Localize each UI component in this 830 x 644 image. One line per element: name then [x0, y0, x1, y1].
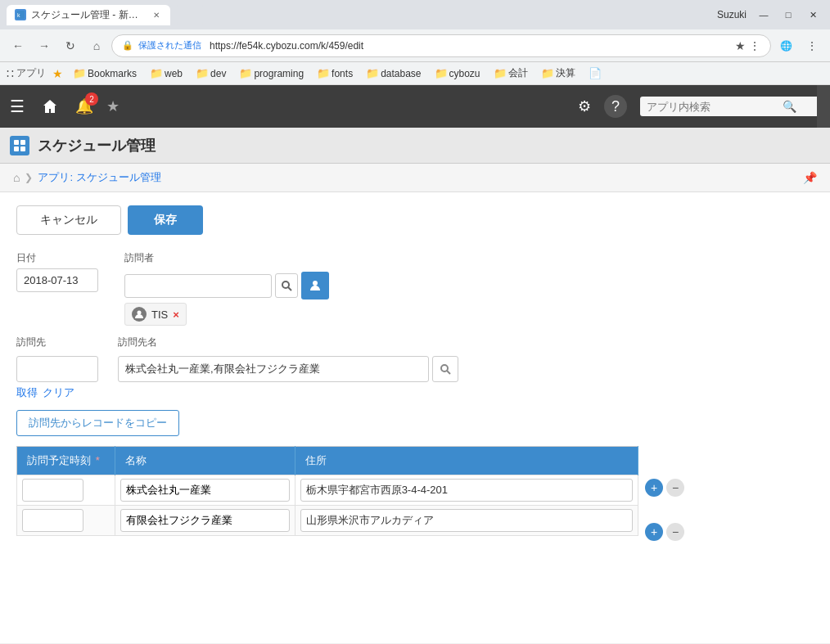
- more-icon[interactable]: ⋮: [749, 39, 760, 52]
- time-input-2[interactable]: [22, 509, 83, 532]
- address-input-1[interactable]: [300, 479, 633, 502]
- date-input[interactable]: [16, 268, 98, 292]
- close-button[interactable]: ✕: [802, 6, 823, 24]
- breadcrumb-app-link[interactable]: アプリ: スケジュール管理: [38, 170, 160, 185]
- notification-button[interactable]: 🔔 2: [75, 97, 93, 115]
- time-input-1[interactable]: [22, 479, 83, 502]
- table-body: [17, 475, 638, 536]
- col-address-header: 住所: [295, 447, 638, 475]
- pin-icon[interactable]: 📌: [803, 171, 817, 184]
- col-name-header: 名称: [115, 447, 295, 475]
- bookmark-cybozu[interactable]: 📁 cybozu: [431, 65, 484, 81]
- svg-rect-4: [14, 146, 19, 151]
- visit-dest-input[interactable]: [16, 356, 98, 382]
- row1-add-button[interactable]: +: [645, 479, 663, 497]
- bookmark-bookmarks[interactable]: 📁 Bookmarks: [70, 65, 140, 81]
- bookmark-dev[interactable]: 📁 dev: [192, 65, 229, 81]
- tab-favicon: k: [15, 9, 26, 20]
- bookmark-web[interactable]: 📁 web: [147, 65, 186, 81]
- address-actions: ★ ⋮: [735, 39, 760, 52]
- address-bar[interactable]: 🔒 保護された通信 https://fe54k.cybozu.com/k/459…: [111, 34, 771, 57]
- bookmark-file[interactable]: 📄: [585, 65, 605, 81]
- app-search-bar: 🔍: [640, 97, 820, 116]
- forward-button[interactable]: →: [33, 34, 56, 57]
- visitor-label: 訪問者: [124, 251, 329, 265]
- table-container: 訪問予定時刻 * 名称 住所: [16, 446, 814, 541]
- svg-point-10: [441, 365, 448, 372]
- menu-button[interactable]: ⋮: [801, 34, 823, 57]
- name-input-1[interactable]: [120, 479, 290, 502]
- new-tab-button[interactable]: [177, 5, 203, 25]
- tab-close-button[interactable]: ✕: [151, 9, 162, 20]
- bookmarks-bar: ∷ アプリ ★ 📁 Bookmarks 📁 web 📁 dev 📁 progra…: [0, 62, 830, 85]
- visitor-search-row: [124, 272, 329, 299]
- breadcrumb-separator: ❯: [25, 172, 33, 183]
- bookmark-programing[interactable]: 📁 programing: [236, 65, 307, 81]
- home-icon[interactable]: [38, 94, 62, 119]
- visit-name-input[interactable]: [118, 356, 429, 382]
- visit-name-input-row: [118, 356, 458, 382]
- row2-add-button[interactable]: +: [645, 523, 663, 541]
- visitor-section: 訪問者 TIS ×: [124, 251, 329, 326]
- row2-remove-button[interactable]: −: [666, 523, 684, 541]
- visitor-search-input[interactable]: [124, 274, 272, 298]
- search-button[interactable]: 🔍: [783, 100, 796, 113]
- cancel-button[interactable]: キャンセル: [16, 205, 121, 235]
- bookmark-star[interactable]: ★: [52, 67, 63, 80]
- refresh-button[interactable]: ↻: [59, 34, 82, 57]
- row1-actions: + −: [645, 479, 684, 497]
- bookmark-database[interactable]: 📁 database: [363, 65, 424, 81]
- visitor-tag: TIS ×: [124, 303, 187, 326]
- browser-tab[interactable]: k スケジュール管理 - 新しいレコ... ✕: [7, 5, 170, 25]
- visitor-person-button[interactable]: [301, 272, 329, 299]
- app-icon: [10, 136, 29, 155]
- table-row-actions: + − + −: [645, 446, 684, 541]
- secure-label: 保護された通信: [138, 39, 201, 52]
- visit-name-search-button[interactable]: [432, 356, 458, 382]
- breadcrumb-home-icon[interactable]: ⌂: [13, 171, 20, 184]
- search-input[interactable]: [647, 101, 778, 113]
- save-button[interactable]: 保存: [128, 205, 203, 235]
- svg-rect-5: [20, 146, 25, 151]
- help-icon[interactable]: ?: [604, 95, 627, 118]
- visitor-name: TIS: [151, 308, 168, 321]
- clear-button[interactable]: クリア: [43, 385, 74, 400]
- svg-point-8: [313, 281, 318, 286]
- visit-dest-section: 訪問先 取得 クリア: [16, 336, 98, 400]
- visitor-avatar: [132, 307, 147, 322]
- visitor-remove-button[interactable]: ×: [173, 308, 179, 321]
- bookmark-fonts[interactable]: 📁 fonts: [314, 65, 356, 81]
- schedule-table: 訪問予定時刻 * 名称 住所: [16, 446, 638, 536]
- name-input-2[interactable]: [120, 509, 290, 532]
- back-button[interactable]: ←: [7, 34, 29, 57]
- svg-point-6: [282, 281, 289, 288]
- extensions-button[interactable]: 🌐: [774, 34, 797, 57]
- col-time-header: 訪問予定時刻 *: [17, 447, 115, 475]
- minimize-button[interactable]: —: [753, 6, 774, 24]
- visit-destination-row: 訪問先 取得 クリア 訪問先名: [16, 336, 814, 400]
- svg-line-11: [447, 371, 450, 374]
- address-input-2[interactable]: [300, 509, 633, 532]
- tab-title: スケジュール管理 - 新しいレコ...: [31, 8, 146, 22]
- visit-dest-label: 訪問先: [16, 336, 98, 349]
- visitor-search-button[interactable]: [275, 273, 298, 298]
- take-button[interactable]: 取得: [16, 385, 38, 400]
- apps-bookmark[interactable]: ∷ アプリ: [7, 66, 46, 80]
- date-visitor-row: 日付 訪問者 TIS ×: [16, 251, 814, 326]
- bookmark-kessan[interactable]: 📁 決算: [538, 65, 579, 82]
- name-cell-2: [115, 506, 295, 536]
- settings-icon[interactable]: ⚙: [578, 97, 591, 115]
- copy-record-button[interactable]: 訪問先からレコードをコピー: [16, 410, 179, 436]
- favorites-icon[interactable]: ★: [106, 97, 120, 115]
- home-button[interactable]: ⌂: [85, 34, 108, 57]
- name-cell-1: [115, 475, 295, 506]
- row1-remove-button[interactable]: −: [666, 479, 684, 497]
- date-label: 日付: [16, 251, 98, 265]
- menu-icon[interactable]: ☰: [10, 97, 25, 116]
- user-label: Suzuki: [717, 9, 747, 20]
- star-icon[interactable]: ★: [735, 39, 746, 52]
- svg-rect-3: [20, 140, 25, 145]
- svg-line-7: [288, 287, 291, 290]
- bookmark-kaikei[interactable]: 📁 会計: [490, 65, 531, 82]
- maximize-button[interactable]: □: [778, 6, 799, 24]
